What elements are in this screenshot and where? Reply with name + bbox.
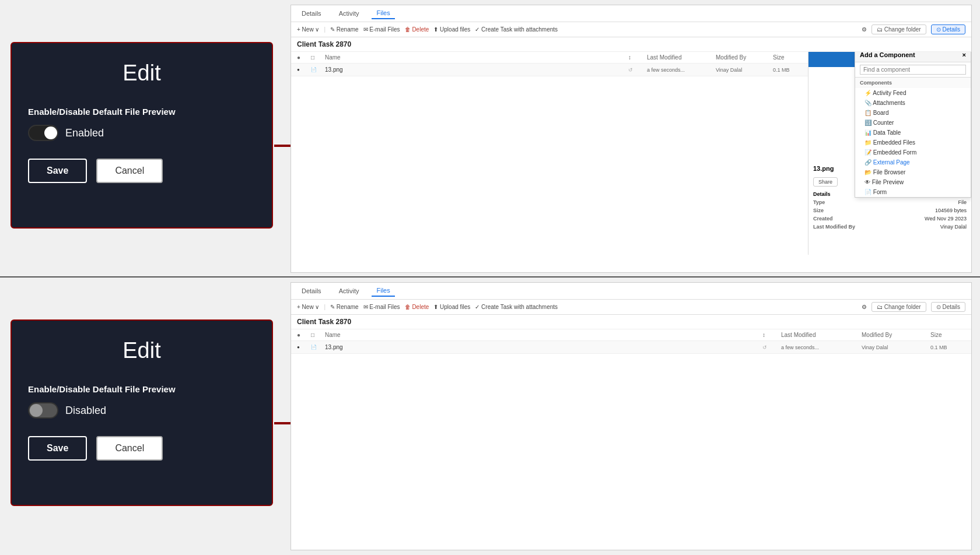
toolbar-email-bottom[interactable]: ✉ E-mail Files bbox=[363, 304, 400, 310]
sc-title-top: Client Task 2870 bbox=[291, 37, 971, 52]
file-row-top[interactable]: ● 📄 13.png ↺ a few seconds... Vinay Dala… bbox=[291, 64, 808, 76]
detail-type: Type File bbox=[813, 199, 967, 205]
popup-title: Add a Component bbox=[860, 52, 915, 58]
file-row-bottom[interactable]: ● 📄 13.png ↺ a few seconds... Vinay Dala… bbox=[291, 341, 971, 354]
screenshot-top: Details Activity Files + New ∨ | ✎ Renam… bbox=[290, 5, 972, 273]
file-header-top: ● □ Name ↕ Last Modified Modified By Siz… bbox=[291, 52, 808, 64]
sc-right-inner-top: › Add a Component × Components ⚡ Activit… bbox=[808, 52, 971, 255]
detail-created: Created Wed Nov 29 2023 bbox=[813, 216, 967, 222]
details-btn-top[interactable]: ⊙ Details bbox=[931, 24, 965, 34]
cancel-button-bottom[interactable]: Cancel bbox=[96, 436, 163, 461]
popup-search bbox=[855, 62, 971, 78]
sc-left-top: ● □ Name ↕ Last Modified Modified By Siz… bbox=[291, 52, 808, 255]
toggle-switch-bottom[interactable] bbox=[28, 402, 58, 419]
toolbar-new-top[interactable]: + New ∨ bbox=[297, 26, 319, 33]
toolbar-new-bottom[interactable]: + New ∨ bbox=[297, 304, 319, 310]
tab-details-top[interactable]: Details bbox=[297, 8, 326, 19]
btn-row-top: Save Cancel bbox=[28, 159, 163, 183]
popup-item-file-preview[interactable]: 👁 File Preview bbox=[855, 177, 971, 187]
file-modified-top: a few seconds... bbox=[647, 67, 711, 73]
toolbar-rename-top[interactable]: ✎ Rename bbox=[330, 26, 359, 33]
sc-right-top: › Add a Component × Components ⚡ Activit… bbox=[808, 52, 971, 255]
save-button-top[interactable]: Save bbox=[28, 159, 87, 183]
toolbar-email-top[interactable]: ✉ E-mail Files bbox=[363, 26, 400, 33]
popup-item-data-table[interactable]: 📊 Data Table bbox=[855, 128, 971, 138]
file-by-bottom: Vinay Dalal bbox=[862, 345, 926, 350]
save-button-bottom[interactable]: Save bbox=[28, 436, 87, 461]
toolbar-settings-bottom[interactable]: ⚙ bbox=[862, 304, 867, 310]
cancel-button-top[interactable]: Cancel bbox=[96, 159, 163, 183]
tab-activity-top[interactable]: Activity bbox=[334, 8, 364, 19]
toggle-label-top: Enabled bbox=[65, 127, 104, 139]
tab-files-bottom[interactable]: Files bbox=[372, 285, 394, 297]
toggle-row-top: Enabled bbox=[28, 125, 104, 141]
popup-item-embedded-files[interactable]: 📁 Embedded Files bbox=[855, 138, 971, 147]
tab-activity-bottom[interactable]: Activity bbox=[334, 286, 364, 296]
setting-label-top: Enable/Disable Default File Preview bbox=[28, 107, 176, 117]
toggle-row-bottom: Disabled bbox=[28, 402, 106, 419]
toolbar-create-task-bottom[interactable]: ✓ Create Task with attachments bbox=[475, 304, 558, 310]
sc-main-top: ● □ Name ↕ Last Modified Modified By Siz… bbox=[291, 52, 971, 255]
popup-header: Add a Component × bbox=[855, 52, 971, 62]
tab-files-top[interactable]: Files bbox=[372, 8, 394, 19]
detail-modified-by: Last Modified By Vinay Dalal bbox=[813, 224, 967, 230]
toolbar-upload-top[interactable]: ⬆ Upload files bbox=[433, 26, 470, 33]
toggle-switch-top[interactable] bbox=[28, 125, 58, 141]
toolbar-rename-bottom[interactable]: ✎ Rename bbox=[330, 304, 359, 310]
edit-title-bottom: Edit bbox=[28, 338, 256, 363]
change-folder-btn-bottom[interactable]: 🗂 Change folder bbox=[872, 302, 926, 312]
popup-item-activity-feed[interactable]: ⚡ Activity Feed bbox=[855, 88, 971, 98]
file-modified-bottom: a few seconds... bbox=[781, 345, 857, 350]
popup-item-attachments[interactable]: 📎 Attachments bbox=[855, 98, 971, 108]
sc-title-bottom: Client Task 2870 bbox=[291, 315, 971, 329]
popup-item-embedded-form[interactable]: 📝 Embedded Form bbox=[855, 147, 971, 157]
sc-toolbar-top: + New ∨ | ✎ Rename ✉ E-mail Files 🗑 Dele… bbox=[291, 22, 971, 37]
toggle-label-bottom: Disabled bbox=[65, 405, 106, 417]
popup-item-counter[interactable]: 🔢 Counter bbox=[855, 118, 971, 128]
sc-tabs-top: Details Activity Files bbox=[291, 5, 971, 22]
sc-filelist-bottom: ● □ Name ↕ Last Modified Modified By Siz… bbox=[291, 329, 971, 354]
setting-label-bottom: Enable/Disable Default File Preview bbox=[28, 384, 176, 394]
add-component-popup: Add a Component × Components ⚡ Activity … bbox=[855, 52, 971, 198]
btn-row-bottom: Save Cancel bbox=[28, 436, 163, 461]
file-size-bottom: 0.1 MB bbox=[930, 345, 965, 350]
file-name-bottom: 13.png bbox=[325, 344, 758, 350]
file-size-top: 0.1 MB bbox=[773, 67, 802, 73]
details-btn-bottom[interactable]: ⊙ Details bbox=[931, 302, 965, 312]
popup-section-title: Components bbox=[855, 78, 971, 88]
share-btn[interactable]: Share bbox=[813, 177, 838, 187]
file-name-top: 13.png bbox=[325, 66, 624, 73]
edit-panel-bottom: Edit Enable/Disable Default File Preview… bbox=[10, 319, 273, 506]
change-folder-btn-top[interactable]: 🗂 Change folder bbox=[872, 24, 926, 34]
edit-title-top: Edit bbox=[28, 61, 256, 86]
toolbar-upload-bottom[interactable]: ⬆ Upload files bbox=[433, 304, 470, 310]
sc-toolbar-bottom: + New ∨ | ✎ Rename ✉ E-mail Files 🗑 Dele… bbox=[291, 300, 971, 315]
detail-size: Size 104569 bytes bbox=[813, 208, 967, 213]
popup-item-board[interactable]: 📋 Board bbox=[855, 108, 971, 118]
toggle-knob-bottom bbox=[30, 404, 43, 417]
edit-panel-top: Edit Enable/Disable Default File Preview… bbox=[10, 42, 273, 229]
popup-item-external-page[interactable]: 🔗 External Page bbox=[855, 157, 971, 167]
toolbar-settings-top[interactable]: ⚙ bbox=[862, 26, 867, 33]
toggle-knob-top bbox=[44, 127, 57, 139]
popup-item-form[interactable]: 📄 Form bbox=[855, 187, 971, 197]
tab-details-bottom[interactable]: Details bbox=[297, 286, 326, 296]
popup-item-file-browser[interactable]: 📂 File Browser bbox=[855, 167, 971, 177]
sc-tabs-bottom: Details Activity Files bbox=[291, 283, 971, 300]
toolbar-create-task-top[interactable]: ✓ Create Task with attachments bbox=[475, 26, 558, 33]
popup-close-icon[interactable]: × bbox=[963, 52, 966, 58]
file-header-bottom: ● □ Name ↕ Last Modified Modified By Siz… bbox=[291, 329, 971, 341]
toolbar-delete-bottom[interactable]: 🗑 Delete bbox=[405, 304, 429, 310]
file-by-top: Vinay Dalal bbox=[716, 67, 768, 73]
screenshot-bottom: Details Activity Files + New ∨ | ✎ Renam… bbox=[290, 282, 972, 550]
component-search-input[interactable] bbox=[860, 65, 966, 75]
toolbar-delete-top[interactable]: 🗑 Delete bbox=[405, 26, 429, 33]
